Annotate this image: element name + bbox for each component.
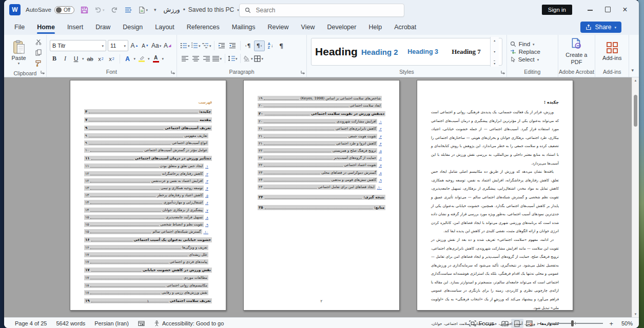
menu-tab-layout[interactable]: Layout [149, 20, 181, 34]
redo-button[interactable] [111, 6, 118, 13]
document-page-abstract[interactable]: چکیده : ورزش، فراتر از یک فعالیت جسمانی،… [417, 80, 573, 311]
font-size-combo[interactable]: 11▾ [108, 40, 128, 51]
gallery-down-icon[interactable]: ▾ [494, 50, 495, 53]
toc-entry[interactable]: ۴.کاهش انزوا و طرد اجتماعی۲۱ [258, 141, 385, 146]
toc-entry[interactable]: تعریف و ویژگی‌ها۱۶ [84, 245, 212, 250]
toc-entry[interactable]: ۱۰.گسترش شبکه‌های اجتماعی سالم۱۵ [84, 229, 212, 234]
subscript-button[interactable]: x2 [96, 54, 106, 64]
gallery-up-icon[interactable]: ▴ [494, 38, 495, 42]
ltr-direction-button[interactable]: ›¶ [243, 41, 253, 51]
superscript-button[interactable]: x2 [107, 54, 116, 64]
align-right-button[interactable] [202, 54, 211, 64]
strikethrough-button[interactable]: ab [86, 54, 95, 64]
minimize-button[interactable] [581, 6, 599, 14]
search-box[interactable] [239, 4, 404, 17]
toc-entry[interactable]: ۵.کاهش اعتیاد و رفتارهای پرخطر۱۳ [84, 193, 212, 198]
scrollbar-thumb[interactable] [634, 95, 637, 127]
menu-tab-acrobat[interactable]: Acrobat [388, 20, 422, 34]
underline-dropdown-icon[interactable]: ▾ [82, 57, 84, 60]
menu-tab-developer[interactable]: Developer [321, 20, 362, 34]
clear-formatting-button[interactable]: A◢ [163, 41, 172, 51]
gallery-more-icon[interactable]: ▾ [494, 60, 495, 65]
toc-entry[interactable]: تعریف آسیب‌های اجتماعی۹ [84, 126, 212, 131]
text-effects-dropdown-icon[interactable]: ▾ [134, 57, 136, 60]
align-left-button[interactable] [180, 54, 190, 64]
accessibility-status[interactable]: Accessibility: Good to go [149, 320, 228, 326]
reading-order-button[interactable] [124, 7, 132, 13]
toc-heading[interactable]: فهرست [84, 100, 212, 105]
create-pdf-button[interactable]: Create a PDF [561, 37, 592, 66]
font-dialog-launcher[interactable] [171, 69, 175, 75]
style-preview-heading-3[interactable]: Heading 3 [401, 48, 444, 55]
toc-entry[interactable]: نقش ورزش‌های رزمی و رقابتی۱۸ [84, 290, 212, 295]
toc-entry[interactable]: ۶.اشتغال‌زایی و مهارت‌آموزی۱۴ [84, 200, 212, 205]
vertical-scrollbar[interactable]: ▲ ▼ [632, 77, 639, 317]
menu-tab-file[interactable]: File [8, 20, 31, 34]
shrink-font-button[interactable]: A▼ [141, 41, 150, 51]
toc-entry[interactable]: ۱.ایجاد حس تعلق و متعلق بودن۱۱ [84, 163, 212, 169]
font-color-dropdown-icon[interactable]: ▾ [162, 57, 164, 60]
toc-entry[interactable]: مقدمه۷ [84, 117, 212, 122]
search-input[interactable] [255, 6, 380, 14]
toc-entry[interactable]: ۹.کاهش تنش‌های قومی و مذهبی۲۳ [258, 177, 385, 182]
numbering-button[interactable]: ▾ [191, 41, 201, 51]
toc-entry[interactable]: ۹.تقویت نظم و انضباط شخصی۱۵ [84, 222, 212, 227]
toc-entry[interactable]: ۳.افزایش اعتماد به نفس و عزت‌نفس۱۲ [84, 178, 212, 183]
zoom-level[interactable]: 50% [615, 320, 633, 326]
toc-entry[interactable]: ۱۰.ایجاد فضاهای امن برای تعامل اجتماعی۲۳ [258, 184, 385, 190]
addins-button[interactable]: Add-ins [598, 42, 626, 62]
toc-entry[interactable]: نتیجه گیری:۲۴ [258, 195, 385, 200]
menu-tab-draw[interactable]: Draw [89, 20, 116, 34]
customize-qat-icon[interactable]: ▾ [154, 8, 157, 12]
macro-recording-button[interactable] [133, 320, 149, 326]
change-case-button[interactable]: Aa▾ [151, 41, 161, 51]
italic-button[interactable]: I [61, 54, 70, 64]
menu-tab-help[interactable]: Help [362, 20, 388, 34]
toc-entry[interactable]: مکانیسم‌های روانی اجتماعی۱۸ [84, 283, 212, 288]
toc-entry[interactable]: شاخص‌های سلامت اجتماعی بر اساس (Keyes, 1… [258, 96, 385, 101]
toc-entry[interactable]: انواع آسیب‌های اجتماعی۹ [84, 140, 212, 146]
document-canvas[interactable]: فهرست چکیده:۴مقدمه۷تعریف آسیب‌های اجتماع… [4, 77, 639, 317]
toc-entry[interactable]: تعاریف مفهومی۹ [84, 133, 212, 138]
menu-tab-review[interactable]: Review [262, 20, 295, 34]
style-preview-heading[interactable]: Heading [315, 46, 358, 58]
toc-entry[interactable]: ۸.تسهیل فرآیند جامعه‌پذیری۱۵ [84, 215, 212, 220]
abstract-paragraph[interactable]: یافته‌ها نشان می‌دهد که ورزش از طریق ده … [431, 168, 559, 236]
select-button[interactable]: Select▾ [510, 56, 540, 63]
document-page-toc-2[interactable]: شاخص‌های سلامت اجتماعی بر اساس (Keyes, 1… [243, 80, 400, 311]
styles-dialog-launcher[interactable] [501, 69, 505, 75]
language-indicator[interactable]: Persian (Iran) [90, 320, 133, 326]
toc-entry[interactable]: ۶.حمایت از گروه‌های آسیب‌پذیر۲۲ [258, 155, 385, 160]
copy-button[interactable] [33, 48, 43, 57]
style-preview-heading-2[interactable]: Heading 2 [358, 48, 401, 56]
import-document-button[interactable]: ▾ [139, 6, 148, 14]
abstract-paragraph[interactable]: ورزش، فراتر از یک فعالیت جسمانی، یک پدید… [431, 108, 559, 168]
highlight-button[interactable] [137, 54, 146, 64]
grow-font-button[interactable]: A▲ [130, 41, 139, 51]
highlight-dropdown-icon[interactable]: ▾ [148, 57, 150, 60]
justify-button[interactable]: ▾ [212, 54, 222, 64]
find-button[interactable]: Find▾ [510, 41, 540, 47]
decrease-indent-button[interactable] [217, 41, 227, 51]
toc-entry[interactable]: خشونت خیابانی به‌عنوان یک آسیب اجتماعی۱۶ [84, 237, 212, 242]
keywords-paragraph[interactable]: کلیدواژه‌ها : ورزش، آسیب اجتماعی، خشونت … [431, 320, 559, 328]
page-indicator[interactable]: Page 4 of 25 [10, 320, 51, 326]
toc-entry[interactable]: علل ریشه‌ای۱۷ [84, 252, 212, 257]
undo-button[interactable]: ▾ [94, 6, 105, 13]
toc-entry[interactable]: ۵.ترویج فرهنگ صلح و همزیستی۲۲ [258, 148, 385, 153]
zoom-in-button[interactable]: + [607, 320, 615, 327]
toc-entry[interactable]: ۱.افزایش مشارکت شهروندی۲۰ [258, 119, 385, 124]
line-spacing-button[interactable]: ▾ [228, 54, 238, 64]
toc-entry[interactable]: نقش ورزش در کاهش خشونت خیابانی۱۷ [84, 268, 212, 273]
toc-entry[interactable]: ۲.کاهش رفتارهای پرخاشگرانه۱۲ [84, 171, 212, 176]
zoom-slider-thumb[interactable] [571, 320, 574, 326]
text-effects-button[interactable]: A [123, 54, 132, 64]
align-center-button[interactable] [191, 54, 201, 64]
toc-entry[interactable]: ۴.توسعه روحیه همکاری و تیمی۱۳ [84, 186, 212, 191]
menu-tab-design[interactable]: Design [116, 20, 149, 34]
toc-entry[interactable]: ۷.پیشگیری از بزهکاری جوانان۱۴ [84, 208, 212, 213]
toc-entry[interactable]: عوامل مؤثر در گسترش آسیب‌های اجتماعی۱۰ [84, 148, 212, 153]
save-button[interactable] [81, 6, 88, 14]
toc-entry[interactable]: ۷.تقویت اعتماد اجتماعی۲۲ [258, 162, 385, 168]
replace-button[interactable]: Replace [510, 49, 540, 55]
